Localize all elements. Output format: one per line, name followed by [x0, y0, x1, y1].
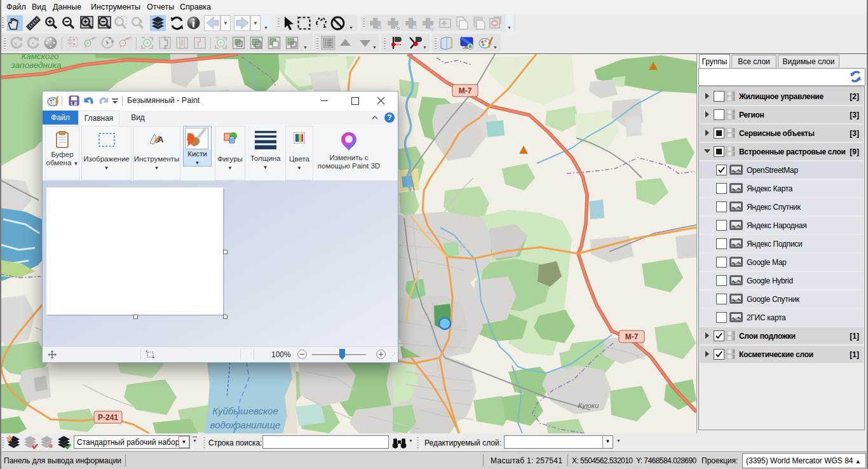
- svg-text:xy: xy: [428, 25, 435, 31]
- svg-text:x: x: [14, 40, 18, 47]
- svg-text:водохранилище: водохранилище: [210, 419, 281, 430]
- svg-text:М-7: М-7: [625, 332, 639, 341]
- svg-text:М-7: М-7: [459, 86, 472, 95]
- svg-text:A: A: [158, 135, 164, 144]
- svg-text:Куюки: Куюки: [578, 402, 599, 409]
- svg-text:Куйбышевское: Куйбышевское: [212, 405, 278, 416]
- svg-text:заповедника: заповедника: [11, 60, 62, 70]
- svg-text:Р-241: Р-241: [98, 413, 118, 422]
